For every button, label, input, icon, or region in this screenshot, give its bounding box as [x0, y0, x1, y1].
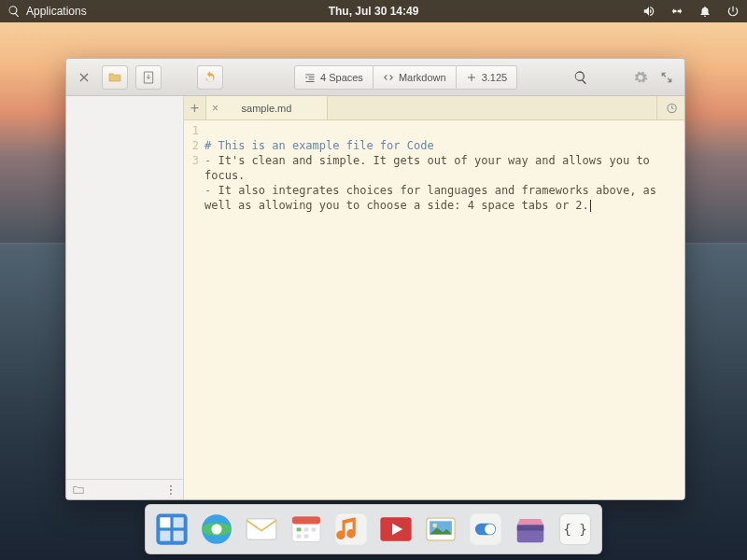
window-titlebar: 4 Spaces Markdown 3.125 — [66, 59, 684, 96]
sidebar-footer — [66, 479, 183, 499]
svg-rect-15 — [304, 527, 309, 531]
svg-rect-6 — [160, 531, 170, 541]
open-folder-button[interactable] — [102, 65, 128, 90]
svg-text:{ }: { } — [563, 522, 587, 537]
svg-rect-13 — [292, 517, 320, 525]
history-icon — [665, 102, 678, 115]
code-icon — [383, 72, 394, 83]
svg-point-2 — [170, 493, 172, 495]
language-selector[interactable]: Markdown — [374, 65, 457, 90]
search-icon — [573, 70, 588, 85]
top-panel: Applications Thu, Jul 30 14:49 — [0, 0, 747, 22]
window-close-button[interactable] — [74, 67, 94, 88]
dock-multitasking[interactable] — [151, 509, 192, 550]
maximize-button[interactable] — [656, 67, 677, 88]
sidebar — [66, 96, 184, 499]
history-button[interactable] — [656, 96, 684, 119]
dock-videos[interactable] — [375, 509, 416, 550]
clock[interactable]: Thu, Jul 30 14:49 — [329, 5, 419, 18]
gear-icon — [633, 70, 648, 85]
search-icon — [7, 5, 21, 18]
svg-rect-4 — [160, 517, 170, 527]
dock: { } — [145, 504, 602, 554]
svg-rect-17 — [297, 535, 302, 539]
close-icon — [77, 70, 92, 85]
indent-icon — [304, 72, 316, 83]
svg-rect-5 — [174, 517, 184, 527]
svg-rect-28 — [517, 525, 544, 530]
dock-settings[interactable] — [465, 509, 506, 550]
svg-point-23 — [432, 524, 437, 528]
svg-point-10 — [211, 524, 221, 534]
dock-code[interactable]: { } — [555, 509, 596, 550]
file-tab[interactable]: × sample.md — [206, 96, 328, 119]
applications-menu[interactable]: Applications — [7, 5, 87, 18]
network-icon[interactable] — [670, 5, 684, 18]
power-icon[interactable] — [726, 5, 740, 18]
format-segmented-control: 4 Spaces Markdown 3.125 — [294, 65, 517, 90]
code-area[interactable]: 1 2 3 # This is an example file for Code… — [184, 120, 684, 499]
revert-button[interactable] — [197, 65, 223, 90]
svg-rect-14 — [297, 527, 302, 531]
indent-selector[interactable]: 4 Spaces — [294, 65, 374, 90]
more-icon[interactable] — [164, 483, 177, 497]
svg-point-0 — [170, 484, 172, 486]
new-tab-button[interactable]: + — [184, 96, 206, 119]
dock-appcenter[interactable] — [510, 509, 551, 550]
dock-photos[interactable] — [420, 509, 461, 550]
svg-rect-11 — [247, 519, 276, 539]
applications-label: Applications — [26, 5, 87, 18]
dock-web-browser[interactable] — [196, 509, 237, 550]
save-button[interactable] — [135, 65, 162, 90]
search-button[interactable] — [571, 67, 591, 88]
tab-close-button[interactable]: × — [212, 102, 218, 115]
svg-point-1 — [170, 489, 172, 491]
text-cursor — [590, 200, 591, 212]
line-gutter: 1 2 3 — [184, 120, 203, 499]
folder-outline-icon[interactable] — [72, 483, 85, 497]
revert-icon — [203, 70, 218, 85]
volume-icon[interactable] — [642, 5, 655, 18]
maximize-icon — [659, 70, 674, 85]
svg-point-26 — [485, 524, 495, 534]
dock-mail[interactable] — [241, 509, 282, 550]
tab-strip: + × sample.md — [184, 96, 684, 120]
save-icon — [141, 70, 156, 85]
tab-filename: sample.md — [242, 103, 292, 114]
menu-button[interactable] — [630, 67, 651, 88]
zoom-selector[interactable]: 3.125 — [457, 65, 518, 90]
notifications-icon[interactable] — [698, 5, 712, 18]
svg-rect-18 — [304, 535, 309, 539]
code-editor-window: 4 Spaces Markdown 3.125 — [65, 58, 685, 500]
dock-music[interactable] — [331, 509, 372, 550]
dock-calendar[interactable] — [286, 509, 327, 550]
code-lines[interactable]: # This is an example file for Code - It'… — [203, 120, 684, 499]
folder-icon — [107, 70, 122, 85]
zoom-icon — [466, 72, 477, 83]
svg-rect-7 — [174, 531, 184, 541]
svg-rect-16 — [312, 527, 317, 531]
